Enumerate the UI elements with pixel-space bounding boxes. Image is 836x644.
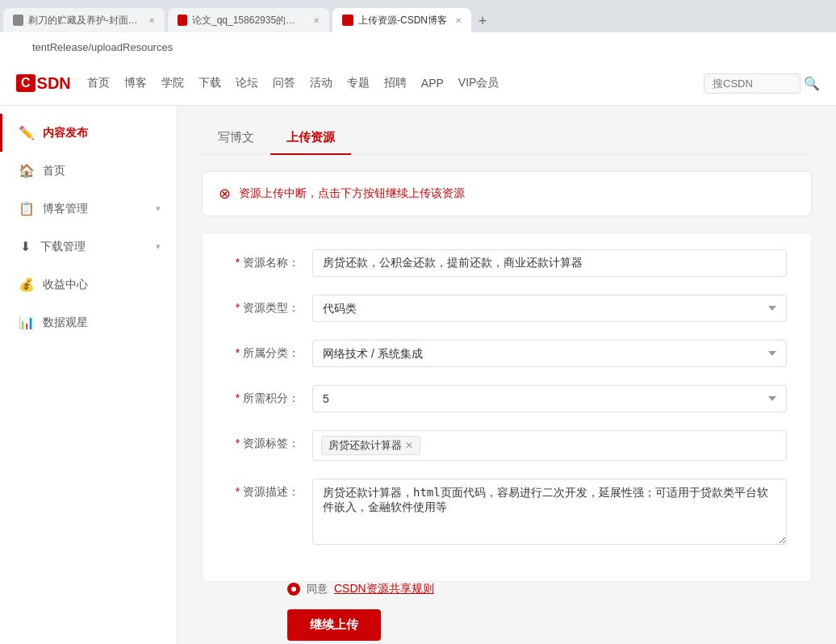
nav-links: 首页 博客 学院 下载 论坛 问答 活动 专题 招聘 APP VIP会员 xyxy=(87,76,500,90)
nav-link-home[interactable]: 首页 xyxy=(87,76,110,90)
browser-tab-3[interactable]: 上传资源-CSDN博客 ✕ xyxy=(332,8,471,32)
nav-link-jobs[interactable]: 招聘 xyxy=(384,76,407,90)
sidebar-item-home[interactable]: 🏠 首页 xyxy=(0,152,177,190)
sidebar-item-blog-manage[interactable]: 📋 博客管理 ▾ xyxy=(0,190,177,228)
resource-type-select[interactable]: 代码类 xyxy=(312,295,787,322)
browser-chrome: 剃刀的贮藏及养护-封面_其… ✕ 论文_qq_15862935的博客_为你… ✕… xyxy=(0,0,836,61)
form-row-tags: 资源标签： 房贷还款计算器 ✕ xyxy=(227,430,787,461)
tab-write-blog[interactable]: 写博文 xyxy=(202,122,270,155)
layout: ✏️ 内容发布 🏠 首页 📋 博客管理 ▾ ⬇ xyxy=(0,106,836,644)
tags-field: 房贷还款计算器 ✕ xyxy=(312,430,787,461)
category-field: 网络技术 / 系统集成 xyxy=(312,340,787,367)
nav-link-download[interactable]: 下载 xyxy=(199,76,221,90)
tab-close-1[interactable]: ✕ xyxy=(148,16,155,25)
nav-search: 🔍 xyxy=(704,73,820,94)
alert-box: ⊗ 资源上传中断，点击下方按钮继续上传该资源 xyxy=(202,171,812,216)
sidebar-item-data-star[interactable]: 📊 数据观星 xyxy=(0,303,177,341)
nav-link-vip[interactable]: VIP会员 xyxy=(458,76,500,90)
new-tab-button[interactable]: + xyxy=(471,10,494,32)
tab-label-2: 论文_qq_15862935的博客_为你… xyxy=(192,14,305,27)
points-field: 5 xyxy=(312,385,787,412)
address-text: tentRelease/uploadResources xyxy=(32,41,830,53)
agreement-text-pre: 同意 xyxy=(307,582,328,596)
browser-tab-1[interactable]: 剃刀的贮藏及养护-封面_其… ✕ xyxy=(3,8,165,32)
category-label: 所属分类： xyxy=(227,340,299,361)
sidebar-item-content-wrapper: 内容发布 xyxy=(43,126,161,140)
form-row-description: 资源描述： 房贷还款计算器，html页面代码，容易进行二次开发，延展性强；可适用… xyxy=(227,479,787,547)
points-label: 所需积分： xyxy=(227,385,299,406)
nav-link-activity[interactable]: 活动 xyxy=(310,76,332,90)
sidebar-item-home-wrapper: 首页 xyxy=(43,164,161,178)
nav-link-academy[interactable]: 学院 xyxy=(161,76,184,90)
resource-name-field xyxy=(312,249,787,277)
address-bar[interactable]: tentRelease/uploadResources xyxy=(0,32,836,61)
tab-close-2[interactable]: ✕ xyxy=(313,16,320,25)
logo-sdn: SDN xyxy=(37,74,71,93)
tab-label-3: 上传资源-CSDN博客 xyxy=(358,14,447,27)
description-textarea[interactable]: 房贷还款计算器，html页面代码，容易进行二次开发，延展性强；可适用于贷款类平台… xyxy=(312,479,787,545)
description-field: 房贷还款计算器，html页面代码，容易进行二次开发，延展性强；可适用于贷款类平台… xyxy=(312,479,787,547)
description-label: 资源描述： xyxy=(227,479,299,500)
submit-row: 继续上传 xyxy=(287,609,812,641)
sidebar-item-content-publish[interactable]: ✏️ 内容发布 xyxy=(0,114,177,152)
nav-logo[interactable]: CSDN xyxy=(16,74,71,93)
nav-link-blog[interactable]: 博客 xyxy=(124,76,147,90)
tag-container: 房贷还款计算器 ✕ xyxy=(312,430,787,461)
nav-link-qa[interactable]: 问答 xyxy=(273,76,295,90)
download-manage-icon: ⬇ xyxy=(19,239,32,254)
form-row-category: 所属分类： 网络技术 / 系统集成 xyxy=(227,340,787,367)
upload-form: 资源名称： 资源类型： 代码类 所属分类： xyxy=(202,232,812,582)
form-row-resource-name: 资源名称： xyxy=(227,249,787,277)
form-row-resource-type: 资源类型： 代码类 xyxy=(227,295,787,322)
sidebar-item-blog-wrapper: 博客管理 ▾ xyxy=(43,202,161,216)
tag-item-0: 房贷还款计算器 ✕ xyxy=(321,436,420,455)
sidebar: ✏️ 内容发布 🏠 首页 📋 博客管理 ▾ ⬇ xyxy=(0,106,178,644)
sidebar-item-download-wrapper: 下载管理 ▾ xyxy=(40,240,161,254)
logo-c: C xyxy=(16,74,36,92)
nav: CSDN 首页 博客 学院 下载 论坛 问答 活动 专题 招聘 APP VIP会… xyxy=(0,61,836,106)
home-icon: 🏠 xyxy=(19,163,35,178)
chevron-down-icon-blog: ▾ xyxy=(156,203,161,214)
submit-button[interactable]: 继续上传 xyxy=(287,609,381,641)
tab-label-1: 剃刀的贮藏及养护-封面_其… xyxy=(28,14,140,27)
main-tabs: 写博文 上传资源 xyxy=(202,122,812,155)
nav-link-forum[interactable]: 论坛 xyxy=(236,76,258,90)
form-row-points: 所需积分： 5 xyxy=(227,385,787,412)
nav-link-app[interactable]: APP xyxy=(421,77,444,90)
earnings-icon: 💰 xyxy=(19,277,35,292)
sidebar-item-data-wrapper: 数据观星 xyxy=(43,316,161,330)
sidebar-item-label-data-star: 数据观星 xyxy=(43,316,88,330)
points-select[interactable]: 5 xyxy=(312,385,787,412)
data-star-icon: 📊 xyxy=(19,315,35,330)
blog-manage-icon: 📋 xyxy=(19,201,35,216)
tag-close-0[interactable]: ✕ xyxy=(405,440,413,451)
resource-name-label: 资源名称： xyxy=(227,249,299,270)
resource-name-input[interactable] xyxy=(312,249,787,277)
chevron-down-icon-download: ▾ xyxy=(156,241,161,252)
nav-search-button[interactable]: 🔍 xyxy=(804,76,820,91)
tags-label: 资源标签： xyxy=(227,430,299,451)
agreement-link[interactable]: CSDN资源共享规则 xyxy=(334,582,434,596)
tab-favicon-1 xyxy=(13,15,23,26)
nav-link-special[interactable]: 专题 xyxy=(347,76,370,90)
tab-favicon-3 xyxy=(342,15,353,26)
tab-bar: 剃刀的贮藏及养护-封面_其… ✕ 论文_qq_15862935的博客_为你… ✕… xyxy=(0,0,836,32)
resource-type-label: 资源类型： xyxy=(227,295,299,316)
alert-icon: ⊗ xyxy=(219,185,231,203)
sidebar-item-earnings[interactable]: 💰 收益中心 xyxy=(0,266,177,303)
nav-search-input[interactable] xyxy=(704,73,800,94)
tab-close-3[interactable]: ✕ xyxy=(455,16,462,25)
sidebar-item-download-manage[interactable]: ⬇ 下载管理 ▾ xyxy=(0,228,177,266)
sidebar-item-label-content-publish: 内容发布 xyxy=(43,126,88,140)
browser-tab-2[interactable]: 论文_qq_15862935的博客_为你… ✕ xyxy=(168,8,329,32)
category-select[interactable]: 网络技术 / 系统集成 xyxy=(312,340,787,367)
tab-upload-resource[interactable]: 上传资源 xyxy=(270,122,351,155)
tag-text-0: 房贷还款计算器 xyxy=(328,438,402,453)
tab-favicon-2 xyxy=(178,15,187,26)
sidebar-item-earnings-wrapper: 收益中心 xyxy=(43,278,161,292)
page: CSDN 首页 博客 学院 下载 论坛 问答 活动 专题 招聘 APP VIP会… xyxy=(0,61,836,644)
agreement-radio[interactable] xyxy=(287,583,300,596)
resource-type-field: 代码类 xyxy=(312,295,787,322)
main-content: 写博文 上传资源 ⊗ 资源上传中断，点击下方按钮继续上传该资源 资源名称： xyxy=(178,106,836,644)
sidebar-item-label-home: 首页 xyxy=(43,164,65,178)
